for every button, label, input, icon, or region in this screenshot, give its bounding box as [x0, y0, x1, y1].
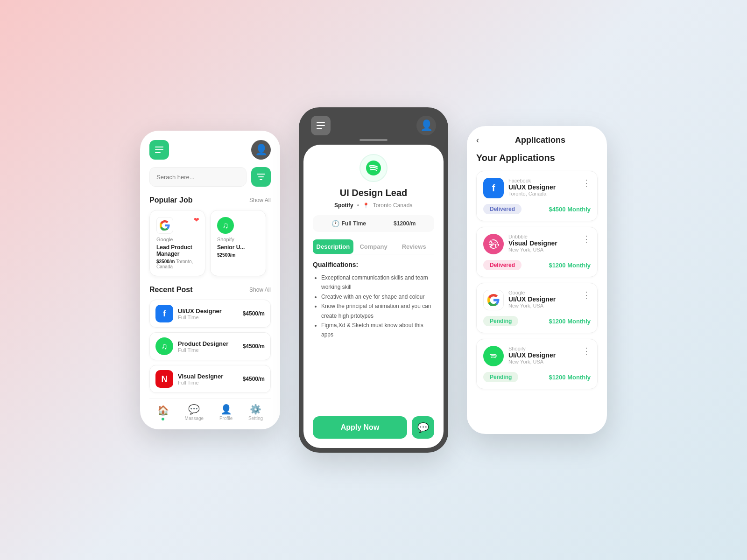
phone2-avatar[interactable]: 👤 — [416, 116, 436, 135]
recent-item-left: ♫ Product Designer Full Time — [155, 337, 228, 355]
popular-section-header: Popular Job Show All — [149, 196, 271, 204]
shopify-company-name: Shopify — [508, 346, 578, 351]
qual-item-3: Know the principal of animation and you … — [321, 301, 434, 321]
facebook-status: Delivered — [483, 204, 521, 214]
recent-job2-salary: $4500/m — [243, 343, 265, 350]
nav-setting[interactable]: ⚙️ Setting — [248, 404, 263, 421]
netflix-logo: N — [155, 370, 173, 388]
facebook-app-logo: f — [483, 178, 504, 198]
dribbble-salary: $1200 Monthly — [549, 262, 591, 269]
app-card-bottom: Delivered $1200 Monthly — [483, 260, 591, 270]
tab-reviews[interactable]: Reviews — [394, 239, 434, 254]
shopify-job-title: UI/UX Designer — [508, 351, 578, 359]
search-input[interactable] — [149, 167, 247, 187]
home-icon: 🏠 — [157, 405, 169, 416]
google-app-info: Google UI/UX Designer New York, USA — [508, 290, 578, 308]
tab-company[interactable]: Company — [353, 239, 394, 254]
recent-title: Recent Post — [149, 286, 192, 294]
recent-job1-type: Full Time — [178, 315, 222, 320]
dribbble-more-button[interactable]: ⋮ — [582, 234, 591, 244]
facebook-company-name: Facebook — [508, 178, 578, 183]
nav-massage[interactable]: 💬 Massage — [185, 404, 204, 421]
phones-container: 👤 Popular Job Show All — [140, 107, 607, 453]
app-card-shopify[interactable]: Shopify UI/UX Designer New York, USA ⋮ P… — [476, 339, 598, 389]
svg-rect-1 — [258, 176, 264, 177]
popular-card-shopify[interactable]: ♫ Shopify Senior U... $2500/m — [210, 210, 266, 276]
app-card-google[interactable]: Google UI/UX Designer New York, USA ⋮ Pe… — [476, 283, 598, 333]
recent-item-facebook[interactable]: f UI/UX Designer Full Time $4500/m — [149, 300, 271, 328]
shopify-more-button[interactable]: ⋮ — [582, 346, 591, 356]
shopify-app-logo — [483, 346, 504, 366]
google-app-svg — [487, 294, 500, 306]
dribbble-app-info: Dribbble Visual Designer New York, USA — [508, 234, 578, 252]
recent-job2-type: Full Time — [178, 347, 228, 353]
nav-profile-label: Profile — [219, 416, 233, 421]
facebook-more-button[interactable]: ⋮ — [582, 178, 591, 188]
bottom-nav: 🏠 💬 Massage 👤 Profile ⚙️ Setting — [149, 399, 271, 423]
google-status: Pending — [483, 316, 518, 326]
phone-3: ‹ Applications Your Applications f Faceb… — [467, 126, 607, 434]
facebook-job-title: UI/UX Designer — [508, 183, 578, 191]
search-row — [149, 167, 271, 187]
shopify-app-svg — [488, 350, 499, 362]
filter-button[interactable] — [251, 167, 271, 187]
recent-job1-title: UI/UX Designer — [178, 308, 222, 315]
recent-item-left: f UI/UX Designer Full Time — [155, 305, 222, 322]
dribbble-status: Delivered — [483, 260, 521, 270]
qual-item-2: Creative with an eye for shape and colou… — [321, 292, 434, 301]
card1-salary: $2500/m Toronto, Canada — [156, 259, 198, 269]
facebook-logo: f — [155, 305, 173, 322]
recent-item-shopify[interactable]: ♫ Product Designer Full Time $4500/m — [149, 332, 271, 360]
google-app-logo — [483, 290, 504, 310]
dribbble-app-logo — [483, 234, 504, 254]
google-more-button[interactable]: ⋮ — [582, 290, 591, 300]
recent-job3-title: Visual Designer — [178, 373, 223, 380]
qualifications-title: Qualifications: — [313, 261, 434, 268]
app-card-bottom: Pending $1200 Monthly — [483, 316, 591, 326]
card1-company: Google — [156, 237, 198, 242]
app-card-facebook[interactable]: f Facebook UI/UX Designer Toronto, Canad… — [476, 171, 598, 221]
chat-button[interactable]: 💬 — [412, 416, 434, 439]
tab-description[interactable]: Description — [313, 239, 353, 254]
recent-show-all[interactable]: Show All — [249, 287, 271, 293]
google-company-name: Google — [508, 290, 578, 295]
back-button[interactable]: ‹ — [476, 135, 479, 145]
heart-icon[interactable]: ❤ — [194, 216, 199, 224]
avatar[interactable]: 👤 — [251, 140, 271, 160]
recent-item-netflix[interactable]: N Visual Designer Full Time $4500/m — [149, 365, 271, 393]
popular-show-all[interactable]: Show All — [249, 197, 271, 203]
dribbble-company-name: Dribbble — [508, 234, 578, 239]
phone2-topbar: 👤 — [303, 112, 444, 139]
recent-section-header: Recent Post Show All — [149, 286, 271, 294]
phone2-inner: UI Design Lead Spotify 📍 Toronto Canada … — [303, 145, 444, 448]
qual-item-4: Figma,Xd & Sketch must know about this a… — [321, 321, 434, 340]
job-salary: $1200/m — [394, 220, 416, 227]
menu-button[interactable] — [149, 140, 169, 160]
app-card-dribbble[interactable]: Dribbble Visual Designer New York, USA ⋮… — [476, 227, 598, 277]
qual-item-1: Exceptional communication skills and tea… — [321, 273, 434, 292]
nav-profile[interactable]: 👤 Profile — [219, 404, 233, 421]
shopify-app-info: Shopify UI/UX Designer New York, USA — [508, 346, 578, 364]
shopify-status: Pending — [483, 372, 518, 382]
apply-now-button[interactable]: Apply Now — [313, 416, 407, 439]
phone-2: 👤 UI Design Lead Spotify 📍 Toronto Canad… — [299, 107, 448, 453]
hamburger-icon — [155, 147, 163, 153]
popular-cards: ❤ Google Lead Product Manager $2500/m To… — [149, 210, 271, 276]
card2-company: Shopify — [217, 237, 259, 242]
nav-massage-label: Massage — [185, 416, 204, 421]
spotify-detail-logo — [359, 154, 388, 182]
app-card-top: Google UI/UX Designer New York, USA ⋮ — [483, 290, 591, 310]
google-job-title: UI/UX Designer — [508, 295, 578, 303]
nav-home[interactable]: 🏠 — [157, 405, 169, 420]
apply-row: Apply Now 💬 — [313, 410, 434, 439]
popular-card-google[interactable]: ❤ Google Lead Product Manager $2500/m To… — [149, 210, 205, 276]
shopify-logo-small: ♫ — [155, 337, 173, 355]
app-card-bottom: Pending $1200 Monthly — [483, 372, 591, 382]
job-type: 🕐 Full Time — [331, 220, 366, 227]
google-logo — [156, 217, 173, 234]
phone2-menu-button[interactable] — [311, 116, 331, 135]
app-card-top: Dribbble Visual Designer New York, USA ⋮ — [483, 234, 591, 254]
facebook-app-info: Facebook UI/UX Designer Toronto, Canada — [508, 178, 578, 196]
profile-icon: 👤 — [220, 404, 232, 415]
phone-1: 👤 Popular Job Show All — [140, 131, 280, 429]
